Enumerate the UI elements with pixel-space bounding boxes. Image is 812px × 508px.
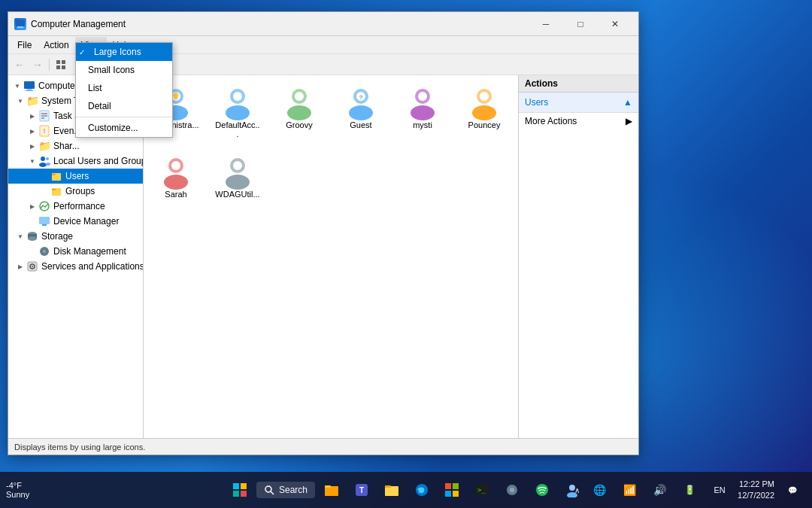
large-icons-label: Large Icons [94, 47, 141, 57]
statusbar: Displays items by using large icons. [8, 438, 638, 455]
battery-icon[interactable]: 🔋 [676, 476, 703, 503]
storage-icon [26, 230, 38, 242]
network-icon[interactable]: 🌐 [586, 476, 613, 503]
menu-file[interactable]: File [11, 37, 38, 53]
terminal-button[interactable]: >_ [468, 476, 495, 503]
taskbar-clock[interactable]: 12:22 PM 12/7/2022 [738, 479, 774, 502]
volume-icon[interactable]: 🔊 [646, 476, 673, 503]
svg-point-44 [295, 92, 304, 101]
window-icon [14, 18, 26, 30]
taskbar-left: -4°F Sunny [6, 481, 35, 499]
menu-large-icons[interactable]: Large Icons [76, 43, 172, 61]
menu-separator [76, 117, 172, 117]
expand-icon [26, 245, 38, 257]
sidebar-item-users[interactable]: Users [8, 169, 143, 184]
file-explorer-button[interactable] [318, 476, 345, 503]
close-button[interactable]: ✕ [598, 12, 632, 36]
menu-small-icons[interactable]: Small Icons [76, 61, 172, 79]
user-label-pouncey: Pouncey [468, 120, 501, 129]
svg-point-60 [233, 161, 242, 170]
forward-button[interactable]: → [29, 56, 46, 73]
sidebar-item-services-apps[interactable]: ▶ Services and Applications [8, 259, 143, 274]
folder-button[interactable] [378, 476, 405, 503]
svg-text:!: ! [44, 127, 46, 135]
svg-point-51 [418, 92, 427, 101]
user-item-pouncey[interactable]: Pouncey [458, 81, 511, 141]
computer-icon [23, 80, 35, 92]
user-icon-sarah [158, 154, 194, 190]
customize-label: Customize... [88, 123, 138, 133]
small-icons-label: Small Icons [88, 65, 135, 75]
sidebar-item-storage[interactable]: ▼ Storage [8, 229, 143, 244]
maximize-button[interactable]: □ [563, 12, 598, 36]
settings-button[interactable] [498, 476, 526, 503]
search-bar[interactable]: Search [256, 482, 315, 498]
event-icon: ! [38, 125, 50, 137]
expand-icon: ▼ [14, 230, 26, 242]
view-dropdown-menu: Large Icons Small Icons List Detail Cust… [75, 42, 173, 138]
edge-button[interactable] [408, 476, 435, 503]
sidebar-label-storage: Storage [41, 231, 73, 242]
svg-rect-25 [39, 217, 50, 224]
user-label-mysti: mysti [413, 120, 432, 129]
svg-point-43 [287, 105, 311, 120]
user-item-groovy[interactable]: Groovy [273, 81, 326, 141]
user-label-guest: Guest [350, 120, 371, 129]
user-button[interactable] [559, 476, 586, 503]
status-text: Displays items by using large icons. [14, 443, 145, 452]
actions-panel: Actions Users ▲ More Actions ▶ [518, 75, 638, 438]
user-item-guest[interactable]: ? Guest [335, 81, 387, 141]
actions-more-actions[interactable]: More Actions ▶ [519, 113, 638, 129]
user-item-defaultacc[interactable]: DefaultAcc... [211, 81, 264, 141]
svg-text:?: ? [359, 94, 363, 101]
expand-icon: ▶ [26, 140, 38, 152]
svg-point-81 [510, 488, 514, 492]
lang-indicator[interactable]: EN [706, 476, 733, 503]
user-item-wdagutil[interactable]: WDAGUtil... [211, 151, 264, 202]
sidebar-item-disk-management[interactable]: Disk Management [8, 244, 143, 259]
window-controls: ─ □ ✕ [529, 12, 632, 36]
user-item-sarah[interactable]: Sarah [150, 151, 202, 202]
expand-icon: ▶ [26, 110, 38, 122]
weather-info: -4°F Sunny [6, 481, 29, 499]
svg-rect-62 [241, 483, 247, 489]
menu-customize[interactable]: Customize... [76, 119, 172, 137]
actions-sub-header: Users ▲ [519, 93, 638, 113]
content-pane: Administra... DefaultAcc... [144, 75, 518, 438]
more-actions-arrow: ▶ [626, 116, 632, 126]
sidebar-item-local-users-groups[interactable]: ▼ Local Users and Groups [8, 154, 143, 169]
services-icon [26, 260, 38, 272]
teams-button[interactable]: T [348, 476, 375, 503]
svg-rect-61 [233, 483, 239, 489]
disk-icon [38, 245, 50, 257]
svg-point-19 [46, 163, 50, 166]
menu-list[interactable]: List [76, 79, 172, 97]
spotify-button[interactable] [529, 476, 556, 503]
titlebar: Computer Management ─ □ ✕ [8, 12, 638, 36]
menu-action[interactable]: Action [38, 37, 74, 53]
wifi-icon[interactable]: 📶 [616, 476, 643, 503]
user-item-mysti[interactable]: mysti [396, 81, 449, 141]
svg-rect-72 [385, 485, 391, 488]
sidebar-item-shared-folders[interactable]: ▶ 📁 Shar... [8, 138, 143, 154]
sidebar-item-groups[interactable]: Groups [8, 184, 143, 199]
svg-rect-1 [17, 26, 23, 28]
notification-button[interactable]: 💬 [779, 476, 806, 503]
weather-temp: -4°F [6, 481, 29, 490]
expand-icon: ▼ [14, 95, 26, 107]
minimize-button[interactable]: ─ [529, 12, 563, 36]
show-hide-button[interactable] [53, 56, 69, 73]
store-button[interactable] [438, 476, 465, 503]
expand-icon: ▶ [26, 125, 38, 137]
svg-point-50 [411, 105, 435, 120]
svg-point-53 [472, 105, 496, 120]
menu-detail[interactable]: Detail [76, 97, 172, 115]
sidebar-item-device-manager[interactable]: Device Manager [8, 214, 143, 229]
sidebar-item-performance[interactable]: ▶ Performance [8, 199, 143, 214]
weather-condition: Sunny [6, 490, 29, 499]
list-label: List [88, 83, 102, 93]
svg-point-56 [164, 175, 188, 190]
start-button[interactable] [226, 476, 253, 503]
back-button[interactable]: ← [11, 56, 28, 73]
user-icon-guest: ? [343, 84, 379, 120]
